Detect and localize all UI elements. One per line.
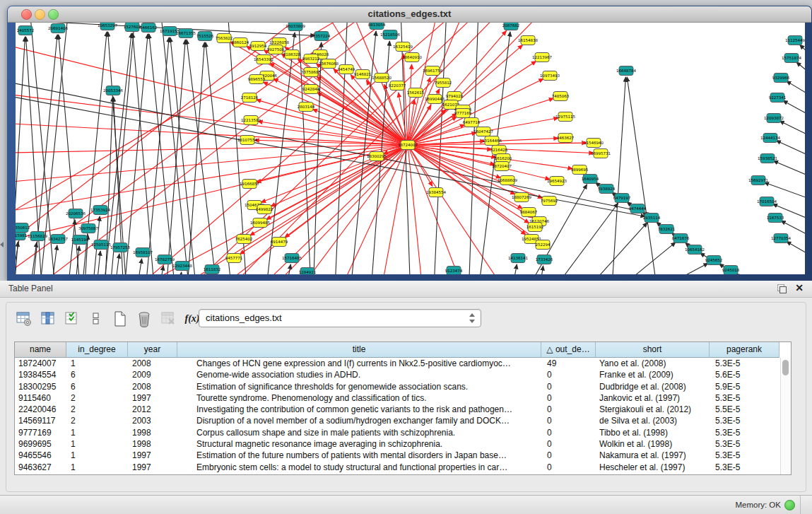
network-node[interactable]: 12213967 [532, 53, 552, 62]
network-node[interactable]: 9329966 [772, 74, 790, 83]
scrollbar-thumb[interactable] [782, 360, 789, 375]
row-height-button[interactable] [86, 309, 107, 329]
network-node[interactable]: 30975887 [78, 224, 98, 233]
network-node[interactable]: 9245018 [722, 266, 740, 275]
network-node[interactable]: 1640954 [582, 175, 599, 184]
float-panel-icon[interactable] [777, 284, 787, 293]
network-node[interactable]: 2935114 [643, 214, 661, 223]
column-header-short[interactable]: short [596, 342, 710, 358]
network-node[interactable]: 7832621 [658, 225, 676, 234]
network-node[interactable]: 10688609 [498, 176, 517, 185]
network-node[interactable]: 8454749 [338, 65, 355, 74]
network-node[interactable]: 1499822 [256, 205, 273, 214]
network-node[interactable]: 10653297 [98, 23, 117, 30]
close-panel-icon[interactable]: ✕ [795, 282, 804, 293]
column-header-name[interactable]: name [15, 342, 66, 358]
network-node[interactable]: 16782759 [155, 255, 175, 264]
network-node[interactable]: 19166857 [240, 180, 259, 189]
table-row[interactable]: 977716911998Corpus callosum shape and si… [15, 427, 781, 438]
network-node[interactable]: 2405572 [17, 26, 35, 35]
network-node[interactable]: 17016504 [757, 197, 777, 206]
table-row[interactable]: 911546021997Tourette syndrome. Phenomeno… [15, 392, 781, 404]
network-node[interactable]: 1167533 [767, 214, 784, 223]
network-node[interactable]: 2718126 [241, 93, 259, 103]
network-node[interactable]: 9457771 [225, 254, 243, 263]
network-node[interactable]: 8860124 [232, 38, 249, 47]
network-node[interactable]: 16958107 [133, 248, 153, 257]
network-node[interactable]: 15688520 [372, 74, 392, 83]
network-node[interactable]: 18720407 [492, 162, 512, 171]
network-node-hub[interactable]: 18724007 [398, 141, 418, 150]
table-selector-dropdown[interactable]: citations_edges.txt [199, 309, 481, 327]
network-node[interactable]: 18640910 [402, 53, 422, 62]
network-node[interactable]: 15218506 [380, 30, 400, 40]
network-node[interactable]: 9463627 [557, 134, 575, 143]
network-node[interactable]: 8813054 [368, 23, 386, 30]
network-node[interactable]: 16648784 [616, 66, 636, 76]
network-node[interactable]: 16099485 [250, 218, 270, 228]
network-node[interactable]: 16154838 [518, 36, 538, 45]
network-node[interactable]: 20691406 [48, 24, 68, 33]
network-node[interactable]: 6497716 [463, 118, 481, 127]
network-node[interactable]: 1284921 [299, 268, 317, 275]
network-node[interactable]: 9123474 [445, 267, 463, 275]
network-node[interactable]: 10973493 [540, 71, 560, 81]
network-node[interactable]: 18807269 [512, 193, 531, 202]
network-node[interactable]: 18107554 [237, 136, 257, 145]
window-titlebar[interactable]: citations_edges.txt [8, 6, 811, 23]
column-header-pagerank[interactable]: pagerank [710, 342, 779, 358]
table-row[interactable]: 946362711997Embryonic stem cells: a mode… [15, 462, 781, 473]
network-node[interactable]: 9884067 [520, 208, 538, 217]
network-node[interactable]: 12444134 [760, 134, 780, 143]
network-node[interactable]: 1615192 [526, 223, 544, 232]
network-node[interactable]: 7563822 [216, 34, 233, 43]
network-node[interactable]: 2803144 [298, 103, 315, 112]
network-node[interactable]: 1527602 [124, 23, 141, 32]
network-node[interactable]: 33758685 [301, 68, 321, 77]
network-node[interactable]: 16033809 [286, 23, 305, 31]
network-node[interactable]: 2087682 [502, 23, 520, 30]
network-node[interactable]: 17957253 [110, 243, 130, 252]
network-node[interactable]: 7955812 [435, 78, 452, 88]
network-node[interactable]: 8186328 [283, 50, 301, 59]
network-node[interactable]: 12213589 [241, 116, 261, 125]
table-row[interactable]: 2242004622012Investigating the contribut… [15, 404, 781, 415]
network-node[interactable]: 12505115 [91, 240, 111, 250]
network-node[interactable]: 8471676 [672, 234, 690, 243]
network-node[interactable]: 16543392 [254, 55, 273, 64]
network-node[interactable]: 7515526 [196, 32, 214, 41]
network-node[interactable]: 1611832 [204, 265, 221, 274]
network-node[interactable]: 6466162 [140, 23, 158, 33]
network-node[interactable]: 9227341 [769, 93, 787, 103]
network-node[interactable]: 5912954 [249, 42, 267, 51]
network-node[interactable]: 6914479 [271, 238, 288, 247]
new-document-button[interactable] [110, 309, 131, 329]
network-node[interactable]: 19654923 [547, 177, 567, 186]
network-node[interactable]: 5938924 [598, 185, 616, 194]
network-node[interactable]: 7975692 [541, 197, 558, 206]
network-node[interactable]: 8350612 [16, 223, 30, 233]
network-node[interactable]: 7357224 [313, 32, 331, 41]
network-node[interactable]: 9983212 [302, 54, 320, 64]
network-node[interactable]: 16671355 [176, 29, 196, 38]
network-view[interactable]: 2405572206914061065329715276026466162167… [16, 23, 805, 274]
network-node[interactable]: 15716485 [282, 254, 302, 263]
table-settings-button[interactable] [13, 309, 35, 329]
network-node[interactable]: 11546940 [584, 139, 604, 148]
network-node[interactable]: 9777169 [454, 109, 472, 118]
select-column-button[interactable] [37, 309, 59, 329]
network-node[interactable]: 23676068 [319, 59, 339, 69]
memory-ok-indicator-icon[interactable] [784, 500, 795, 510]
network-node[interactable]: 18300295 [367, 152, 387, 161]
network-node[interactable]: 1733426 [536, 255, 553, 264]
network-node[interactable]: 16047427 [473, 127, 493, 136]
network-node[interactable]: 15692971 [748, 176, 768, 185]
network-node[interactable]: 9474444 [629, 204, 647, 214]
network-node[interactable]: 1562615 [407, 88, 425, 98]
table-vertical-scrollbar[interactable] [780, 358, 791, 474]
network-node[interactable]: 16961758 [423, 66, 442, 76]
network-node[interactable]: 12770354 [771, 234, 791, 243]
network-node[interactable]: 252294 [536, 240, 551, 250]
network-node[interactable]: 1145194 [71, 235, 89, 245]
table-row[interactable]: 1830029562008Estimation of significance … [15, 381, 781, 392]
